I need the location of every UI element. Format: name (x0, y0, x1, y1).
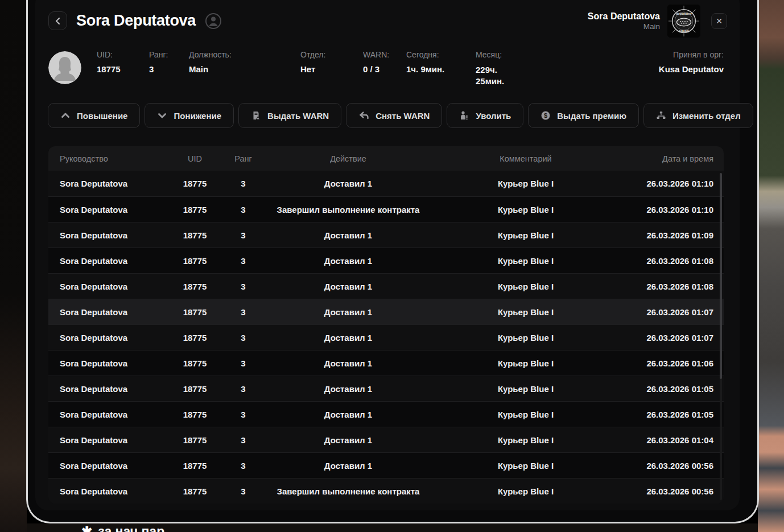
scrollbar-thumb[interactable] (720, 173, 722, 379)
stat-uid: UID: 18775 (97, 50, 121, 74)
stat-department: Отдел: Нет (300, 50, 325, 74)
table-row[interactable]: Sora Deputatova 18775 3 Завершил выполне… (48, 196, 724, 222)
cell-datetime: 26.03.2026 01:07 (620, 333, 713, 343)
cell-leader: Sora Deputatova (60, 486, 168, 496)
cell-uid: 18775 (168, 358, 222, 368)
cell-rank: 3 (222, 435, 265, 445)
cell-uid: 18775 (168, 486, 222, 496)
undo-arrow-icon (358, 110, 369, 121)
cell-action: Доставил 1 (265, 307, 432, 317)
table-row[interactable]: Sora Deputatova 18775 3 Доставил 1 Курье… (48, 427, 724, 452)
table-row[interactable]: Sora Deputatova 18775 3 Доставил 1 Курье… (48, 401, 724, 427)
cell-leader: Sora Deputatova (60, 205, 168, 215)
activity-log-table: Руководство UID Ранг Действие Комментари… (48, 146, 724, 504)
viewer-identity: Sora Deputatova Main (588, 11, 660, 31)
cell-uid: 18775 (168, 384, 222, 394)
close-button[interactable]: ✕ (711, 13, 727, 29)
game-backdrop-left (0, 0, 27, 532)
cell-action: Доставил 1 (265, 410, 432, 419)
cell-uid: 18775 (168, 179, 222, 188)
cell-leader: Sora Deputatova (60, 461, 168, 471)
cell-leader: Sora Deputatova (60, 307, 168, 317)
cell-action: Доставил 1 (265, 256, 432, 266)
action-buttons: Повышение Понижение Выдать WARN Снять WA… (48, 103, 753, 128)
cell-datetime: 26.03.2026 01:09 (620, 230, 713, 240)
cell-comment: Курьер Blue I (432, 179, 620, 188)
bottom-hud-text: за нач пар (98, 524, 164, 532)
cell-comment: Курьер Blue I (432, 282, 620, 291)
cell-datetime: 26.03.2026 01:05 (620, 410, 713, 419)
cell-datetime: 26.03.2026 01:08 (620, 282, 713, 291)
cell-rank: 3 (222, 358, 265, 368)
change-department-button[interactable]: Изменить отдел (643, 103, 753, 128)
cell-action: Доставил 1 (265, 384, 432, 394)
cell-action: Завершил выполнение контракта (265, 205, 432, 215)
demote-button[interactable]: Понижение (145, 103, 234, 128)
table-row[interactable]: Sora Deputatova 18775 3 Доставил 1 Курье… (48, 299, 724, 324)
cell-datetime: 26.03.2026 01:04 (620, 435, 713, 445)
remove-warn-button[interactable]: Снять WARN (346, 103, 442, 128)
give-warn-button[interactable]: Выдать WARN (238, 103, 341, 128)
dollar-circle-icon: $ (540, 110, 551, 121)
cell-rank: 3 (222, 307, 265, 317)
cell-rank: 3 (222, 384, 265, 394)
cell-comment: Курьер Blue I (432, 486, 620, 496)
cell-rank: 3 (222, 205, 265, 215)
column-header-comment: Комментарий (432, 154, 620, 163)
cell-action: Доставил 1 (265, 461, 432, 471)
back-button[interactable] (48, 11, 67, 30)
table-header: Руководство UID Ранг Действие Комментари… (48, 146, 724, 171)
cell-action: Доставил 1 (265, 435, 432, 445)
game-backdrop-right (758, 0, 784, 532)
table-scrollbar (720, 173, 722, 500)
cell-rank: 3 (222, 333, 265, 343)
cell-uid: 18775 (168, 461, 222, 471)
cell-action: Доставил 1 (265, 282, 432, 291)
cell-comment: Курьер Blue I (432, 384, 620, 394)
cell-leader: Sora Deputatova (60, 282, 168, 291)
table-row[interactable]: Sora Deputatova 18775 3 Завершил выполне… (48, 478, 724, 504)
column-header-datetime: Дата и время (620, 154, 713, 163)
cell-rank: 3 (222, 282, 265, 291)
cell-datetime: 26.03.2026 01:10 (620, 179, 713, 188)
member-stats: UID: 18775 Ранг: 3 Должность: Main Отдел… (48, 50, 727, 96)
table-row[interactable]: Sora Deputatova 18775 3 Доставил 1 Курье… (48, 324, 724, 350)
cell-datetime: 26.03.2026 01:07 (620, 307, 713, 317)
cell-leader: Sora Deputatova (60, 256, 168, 266)
member-avatar (48, 51, 81, 84)
table-row[interactable]: Sora Deputatova 18775 3 Доставил 1 Курье… (48, 222, 724, 248)
table-row[interactable]: Sora Deputatova 18775 3 Доставил 1 Курье… (48, 248, 724, 273)
svg-text:deputatov: deputatov (676, 12, 692, 15)
cell-datetime: 26.03.2026 01:06 (620, 358, 713, 368)
cell-comment: Курьер Blue I (432, 358, 620, 368)
cell-rank: 3 (222, 179, 265, 188)
page-title: Sora Deputatova (76, 12, 196, 30)
cell-uid: 18775 (168, 205, 222, 215)
cell-datetime: 26.03.2026 01:10 (620, 205, 713, 215)
org-chart-icon (656, 110, 666, 121)
cell-uid: 18775 (168, 333, 222, 343)
table-row[interactable]: Sora Deputatova 18775 3 Доставил 1 Курье… (48, 171, 724, 196)
stat-invited-by: Принял в орг: Kusa Deputatov (659, 50, 724, 74)
fire-button[interactable]: Уволить (447, 103, 523, 128)
cell-uid: 18775 (168, 230, 222, 240)
table-row[interactable]: Sora Deputatova 18775 3 Доставил 1 Курье… (48, 452, 724, 478)
cell-leader: Sora Deputatova (60, 410, 168, 419)
cell-action: Доставил 1 (265, 358, 432, 368)
column-header-rank: Ранг (222, 154, 265, 163)
cell-leader: Sora Deputatova (60, 358, 168, 368)
panel-header: Sora Deputatova (48, 11, 222, 30)
chevron-down-icon (157, 110, 167, 121)
cell-leader: Sora Deputatova (60, 435, 168, 445)
promote-button[interactable]: Повышение (48, 103, 140, 128)
cell-comment: Курьер Blue I (432, 435, 620, 445)
cell-comment: Курьер Blue I (432, 205, 620, 215)
cell-action: Доставил 1 (265, 230, 432, 240)
stat-warn: WARN: 0 / 3 (363, 50, 389, 74)
member-profile-icon (205, 13, 222, 30)
table-row[interactable]: Sora Deputatova 18775 3 Доставил 1 Курье… (48, 273, 724, 299)
cell-leader: Sora Deputatova (60, 333, 168, 343)
give-bonus-button[interactable]: $ Выдать премию (528, 103, 639, 128)
table-row[interactable]: Sora Deputatova 18775 3 Доставил 1 Курье… (48, 376, 724, 401)
table-row[interactable]: Sora Deputatova 18775 3 Доставил 1 Курье… (48, 350, 724, 376)
